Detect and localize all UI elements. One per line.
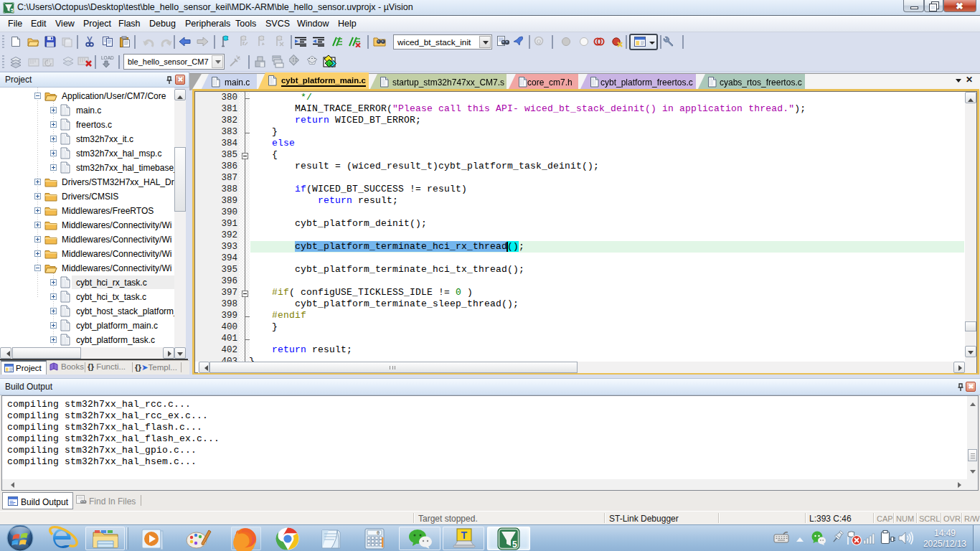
svg-text:5: 5: [11, 8, 14, 13]
svg-text:0: 0: [377, 530, 380, 536]
svg-text:LOAD: LOAD: [101, 55, 114, 60]
svg-text:T: T: [461, 529, 468, 541]
svg-text:Q: Q: [537, 38, 541, 44]
svg-text:5: 5: [512, 540, 517, 550]
